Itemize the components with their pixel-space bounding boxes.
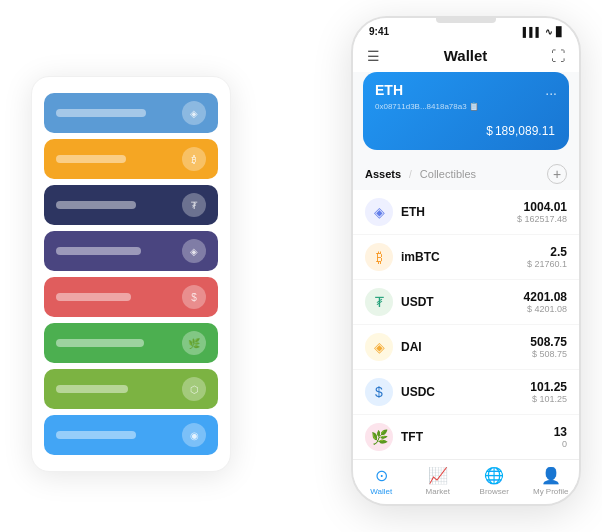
nav-icon-browser: 🌐 [484, 466, 504, 485]
asset-values-usdc: 101.25$ 101.25 [530, 380, 567, 404]
eth-address: 0x08711d3B...8418a78a3 📋 [375, 102, 557, 111]
asset-item-tft[interactable]: 🌿TFT130 [353, 415, 579, 459]
add-asset-button[interactable]: + [547, 164, 567, 184]
stack-card-label-3 [56, 247, 141, 255]
phone-header: ☰ Wallet ⛶ [353, 41, 579, 72]
balance-symbol: $ [486, 124, 493, 138]
tab-divider: / [409, 169, 412, 180]
asset-list: ◈ETH1004.01$ 162517.48₿imBTC2.5$ 21760.1… [353, 190, 579, 459]
nav-icon-market: 📈 [428, 466, 448, 485]
asset-amount-eth: 1004.01 [517, 200, 567, 214]
signal-icon: ▌▌▌ [523, 27, 542, 37]
bottom-nav: ⊙Wallet📈Market🌐Browser👤My Profile [353, 459, 579, 504]
stack-card-1[interactable]: ₿ [44, 139, 218, 179]
nav-item-market[interactable]: 📈Market [410, 466, 467, 496]
stack-card-6[interactable]: ⬡ [44, 369, 218, 409]
asset-usd-usdc: $ 101.25 [530, 394, 567, 404]
eth-card[interactable]: ETH ... 0x08711d3B...8418a78a3 📋 $189,08… [363, 72, 569, 150]
asset-amount-imbtc: 2.5 [527, 245, 567, 259]
stack-card-5[interactable]: 🌿 [44, 323, 218, 363]
asset-icon-eth: ◈ [365, 198, 393, 226]
card-stack: ◈₿₮◈$🌿⬡◉ [31, 76, 231, 472]
asset-item-eth[interactable]: ◈ETH1004.01$ 162517.48 [353, 190, 579, 235]
asset-icon-dai: ◈ [365, 333, 393, 361]
stack-card-icon-6: ⬡ [182, 377, 206, 401]
asset-amount-dai: 508.75 [530, 335, 567, 349]
asset-usd-usdt: $ 4201.08 [524, 304, 567, 314]
asset-values-imbtc: 2.5$ 21760.1 [527, 245, 567, 269]
asset-values-tft: 130 [554, 425, 567, 449]
eth-card-menu[interactable]: ... [545, 82, 557, 98]
menu-icon[interactable]: ☰ [367, 48, 380, 64]
tab-assets[interactable]: Assets [365, 168, 401, 180]
nav-label-my-profile: My Profile [533, 487, 569, 496]
asset-usd-tft: 0 [554, 439, 567, 449]
asset-name-eth: ETH [401, 205, 517, 219]
balance-amount: 189,089.11 [495, 124, 555, 138]
asset-amount-tft: 13 [554, 425, 567, 439]
stack-card-0[interactable]: ◈ [44, 93, 218, 133]
phone: 9:41 ▌▌▌ ∿ ▊ ☰ Wallet ⛶ ETH ... 0x08711d… [351, 16, 581, 506]
phone-notch [436, 18, 496, 23]
asset-item-imbtc[interactable]: ₿imBTC2.5$ 21760.1 [353, 235, 579, 280]
nav-icon-wallet: ⊙ [375, 466, 388, 485]
phone-content: ETH ... 0x08711d3B...8418a78a3 📋 $189,08… [353, 72, 579, 459]
stack-card-label-2 [56, 201, 136, 209]
scene: ◈₿₮◈$🌿⬡◉ 9:41 ▌▌▌ ∿ ▊ ☰ Wallet ⛶ ETH . [21, 16, 581, 516]
stack-card-icon-0: ◈ [182, 101, 206, 125]
asset-icon-tft: 🌿 [365, 423, 393, 451]
stack-card-icon-5: 🌿 [182, 331, 206, 355]
asset-name-imbtc: imBTC [401, 250, 527, 264]
expand-icon[interactable]: ⛶ [551, 48, 565, 64]
stack-card-icon-3: ◈ [182, 239, 206, 263]
stack-card-label-1 [56, 155, 126, 163]
asset-item-usdc[interactable]: $USDC101.25$ 101.25 [353, 370, 579, 415]
asset-icon-usdt: ₮ [365, 288, 393, 316]
stack-card-7[interactable]: ◉ [44, 415, 218, 455]
nav-item-wallet[interactable]: ⊙Wallet [353, 466, 410, 496]
eth-balance: $189,089.11 [375, 117, 557, 140]
nav-icon-my-profile: 👤 [541, 466, 561, 485]
nav-item-browser[interactable]: 🌐Browser [466, 466, 523, 496]
nav-item-my-profile[interactable]: 👤My Profile [523, 466, 580, 496]
tab-collectibles[interactable]: Collectibles [420, 168, 476, 180]
assets-header: Assets / Collectibles + [353, 158, 579, 190]
stack-card-label-6 [56, 385, 128, 393]
asset-icon-usdc: $ [365, 378, 393, 406]
assets-tabs: Assets / Collectibles [365, 168, 476, 180]
status-icons: ▌▌▌ ∿ ▊ [523, 27, 563, 37]
status-time: 9:41 [369, 26, 389, 37]
asset-name-dai: DAI [401, 340, 530, 354]
stack-card-icon-7: ◉ [182, 423, 206, 447]
stack-card-2[interactable]: ₮ [44, 185, 218, 225]
stack-card-label-4 [56, 293, 131, 301]
stack-card-3[interactable]: ◈ [44, 231, 218, 271]
nav-label-wallet: Wallet [370, 487, 392, 496]
stack-card-4[interactable]: $ [44, 277, 218, 317]
asset-name-tft: TFT [401, 430, 554, 444]
asset-name-usdt: USDT [401, 295, 524, 309]
asset-amount-usdc: 101.25 [530, 380, 567, 394]
asset-amount-usdt: 4201.08 [524, 290, 567, 304]
asset-usd-eth: $ 162517.48 [517, 214, 567, 224]
nav-label-browser: Browser [480, 487, 509, 496]
asset-values-usdt: 4201.08$ 4201.08 [524, 290, 567, 314]
asset-item-usdt[interactable]: ₮USDT4201.08$ 4201.08 [353, 280, 579, 325]
battery-icon: ▊ [556, 27, 563, 37]
stack-card-icon-4: $ [182, 285, 206, 309]
stack-card-label-5 [56, 339, 144, 347]
asset-usd-imbtc: $ 21760.1 [527, 259, 567, 269]
page-title: Wallet [444, 47, 488, 64]
asset-item-dai[interactable]: ◈DAI508.75$ 508.75 [353, 325, 579, 370]
asset-values-dai: 508.75$ 508.75 [530, 335, 567, 359]
eth-card-title: ETH [375, 82, 403, 98]
stack-card-label-7 [56, 431, 136, 439]
asset-values-eth: 1004.01$ 162517.48 [517, 200, 567, 224]
nav-label-market: Market [426, 487, 450, 496]
asset-usd-dai: $ 508.75 [530, 349, 567, 359]
stack-card-icon-2: ₮ [182, 193, 206, 217]
asset-icon-imbtc: ₿ [365, 243, 393, 271]
stack-card-label-0 [56, 109, 146, 117]
stack-card-icon-1: ₿ [182, 147, 206, 171]
asset-name-usdc: USDC [401, 385, 530, 399]
